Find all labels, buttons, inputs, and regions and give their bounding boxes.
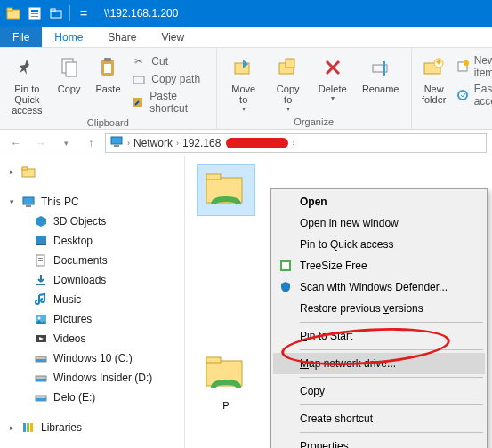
chevron-right-icon[interactable]: › [292,139,294,148]
copy-to-icon [274,53,302,82]
qat-dropdown-icon[interactable]: = [74,4,93,23]
chevron-right-icon[interactable]: › [127,139,130,148]
expand-icon[interactable]: ▸ [7,423,16,432]
group-clipboard: Pin to Quick access Copy Paste ✂Cut Copy… [0,48,217,129]
folder-icon [21,164,36,179]
new-item-icon [456,60,469,74]
nav-pictures[interactable]: Pictures [0,309,184,329]
nav-forward-button[interactable]: → [30,132,52,154]
share-folder[interactable]: P [190,348,262,411]
downloads-icon [34,273,48,287]
svg-rect-31 [26,205,31,207]
tab-file[interactable]: File [0,27,42,47]
paste-icon [93,53,122,82]
delete-button[interactable]: Delete ▾ [313,52,352,102]
context-menu: Open Open in new window Pin to Quick acc… [270,188,488,448]
ctx-pin-start[interactable]: Pin to Start [273,325,485,347]
svg-rect-5 [31,16,38,17]
copy-button[interactable]: Copy [52,52,86,94]
nav-downloads[interactable]: Downloads [0,270,184,290]
svg-rect-32 [36,236,46,244]
copy-to-button[interactable]: Copy to ▾ [269,52,308,113]
svg-point-25 [458,91,467,100]
crumb-network[interactable]: Network [133,137,173,149]
nav-drive-e[interactable]: Delo (E:) [0,388,184,407]
collapse-icon[interactable]: ▾ [7,197,16,206]
ctx-open-new-window[interactable]: Open in new window [273,212,485,234]
ctx-pin-quick-access[interactable]: Pin to Quick access [273,234,485,255]
nav-documents[interactable]: Documents [0,251,184,270]
cut-button[interactable]: ✂Cut [130,53,208,69]
nav-drive-d[interactable]: Windows Insider (D:) [0,368,184,388]
libraries-icon [21,420,36,435]
ctx-open[interactable]: Open [273,191,485,212]
svg-rect-46 [36,398,46,401]
ribbon: Pin to Quick access Copy Paste ✂Cut Copy… [0,48,492,130]
nav-videos[interactable]: Videos [0,329,184,348]
new-item-button[interactable]: New item [455,53,492,80]
tab-home[interactable]: Home [42,27,95,47]
chevron-down-icon: ▾ [286,105,290,113]
nav-drive-c[interactable]: Windows 10 (C:) [0,348,184,368]
svg-rect-26 [111,137,122,144]
chevron-down-icon: ▾ [242,105,246,113]
svg-rect-27 [114,145,119,147]
rename-button[interactable]: Rename [358,52,404,94]
nav-recent-button[interactable]: ▾ [55,132,77,154]
pin-to-quick-access-button[interactable]: Pin to Quick access [7,52,47,116]
share-folder-selected[interactable] [190,165,262,215]
documents-icon [34,253,48,268]
chevron-down-icon: ▾ [331,94,335,102]
drive-icon [34,351,48,365]
network-share-icon [198,165,254,215]
music-icon [34,292,48,307]
navigation-pane: ▸ ▾ This PC 3D Objects Desktop Documents… [0,156,185,448]
crumb-host[interactable]: 192.168 [182,137,221,149]
nav-back-button[interactable]: ← [5,132,27,154]
nav-up-button[interactable]: ↑ [80,132,101,154]
ctx-create-shortcut[interactable]: Create shortcut [273,408,485,429]
svg-rect-48 [27,423,29,432]
ctx-restore-versions[interactable]: Restore previous versions [273,298,485,319]
cube-icon [34,214,48,228]
new-folder-qat-icon[interactable] [46,4,66,23]
move-to-icon [230,53,258,82]
ctx-separator [300,349,483,350]
nav-libraries[interactable]: ▸Libraries [0,418,184,437]
nav-this-pc[interactable]: ▾ This PC [0,192,184,212]
ctx-properties[interactable]: Properties [273,436,485,448]
nav-3d-objects[interactable]: 3D Objects [0,212,184,231]
paste-button[interactable]: Paste [92,52,125,94]
move-to-button[interactable]: Move to ▾ [224,52,263,113]
ctx-separator [300,432,483,433]
chevron-right-icon[interactable]: › [176,139,179,148]
svg-rect-19 [383,61,385,76]
treesize-icon [278,259,293,273]
svg-rect-12 [104,64,111,73]
svg-rect-44 [36,379,46,381]
svg-rect-35 [38,258,43,259]
nav-music[interactable]: Music [0,290,184,309]
network-share-icon [198,348,254,398]
qat-separator [69,5,70,21]
svg-point-24 [464,60,469,66]
paste-shortcut-button[interactable]: Paste shortcut [130,89,208,116]
properties-icon[interactable] [25,4,44,23]
svg-point-39 [38,317,41,320]
expand-icon[interactable]: ▸ [7,167,16,176]
tab-share[interactable]: Share [95,27,149,47]
ctx-copy[interactable]: Copy [273,380,485,402]
svg-rect-51 [206,174,221,180]
new-folder-icon: ✦ [420,53,448,82]
copy-path-button[interactable]: Copy path [130,71,208,87]
ctx-scan-defender[interactable]: Scan with Windows Defender... [273,276,485,298]
address-bar[interactable]: ›Network ›192.168 › [105,133,487,153]
nav-desktop[interactable]: Desktop [0,231,184,251]
nav-redacted-item[interactable]: ▸ [0,162,184,181]
svg-rect-36 [38,260,43,261]
new-folder-button[interactable]: ✦ New folder [419,52,449,105]
ctx-map-network-drive[interactable]: Map network drive... [273,353,485,374]
ctx-treesize[interactable]: TreeSize Free [273,255,485,276]
tab-view[interactable]: View [149,27,197,47]
easy-access-button[interactable]: Easy acces [455,82,492,108]
